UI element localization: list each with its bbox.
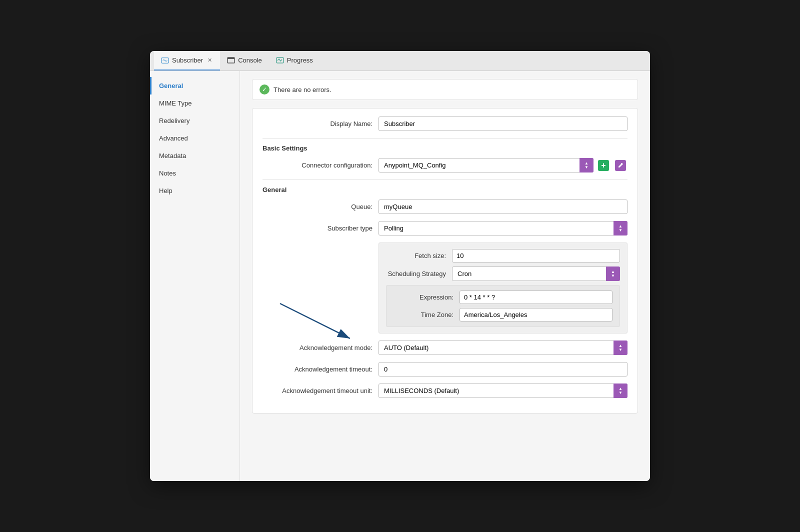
sidebar: General MIME Type Redelivery Advanced Me… bbox=[150, 71, 240, 481]
connector-config-select[interactable]: Anypoint_MQ_Config bbox=[378, 158, 594, 172]
subscriber-type-label: Subscriber type bbox=[262, 224, 372, 232]
sidebar-item-general[interactable]: General bbox=[150, 77, 240, 94]
sidebar-item-mime-type[interactable]: MIME Type bbox=[150, 94, 240, 112]
add-connector-button[interactable]: + bbox=[596, 158, 610, 172]
sidebar-item-advanced[interactable]: Advanced bbox=[150, 130, 240, 147]
sidebar-item-metadata[interactable]: Metadata bbox=[150, 147, 240, 164]
subscriber-tab-label: Subscriber bbox=[172, 56, 203, 64]
scheduling-strategy-label: Scheduling Strategy bbox=[386, 270, 446, 278]
subscriber-tab-close[interactable]: ✕ bbox=[206, 57, 213, 64]
console-tab-label: Console bbox=[238, 56, 262, 64]
progress-tab-icon bbox=[276, 56, 284, 64]
ack-timeout-label: Acknowledgement timeout: bbox=[262, 366, 372, 373]
progress-tab-label: Progress bbox=[287, 56, 313, 64]
sidebar-item-help[interactable]: Help bbox=[150, 182, 240, 200]
queue-row: Queue: bbox=[262, 200, 628, 214]
sidebar-label-advanced: Advanced bbox=[159, 134, 188, 142]
ack-mode-label: Acknowledgement mode: bbox=[262, 344, 372, 352]
main-content: General MIME Type Redelivery Advanced Me… bbox=[150, 71, 650, 481]
connector-config-row: Connector configuration: Anypoint_MQ_Con… bbox=[262, 158, 628, 172]
scheduling-strategy-row: Scheduling Strategy Cron ▲ ▼ bbox=[386, 266, 620, 281]
display-name-row: Display Name: bbox=[262, 116, 628, 131]
sidebar-label-redelivery: Redelivery bbox=[159, 117, 190, 124]
ack-mode-row: Acknowledgement mode: AUTO (Default) ▲ ▼ bbox=[262, 340, 628, 355]
divider-2 bbox=[262, 180, 628, 180]
sidebar-label-mime-type: MIME Type bbox=[159, 100, 192, 107]
status-bar: ✓ There are no errors. bbox=[252, 79, 638, 100]
basic-settings-title: Basic Settings bbox=[262, 144, 628, 152]
main-window: Subscriber ✕ Console Progress bbox=[150, 51, 650, 481]
sidebar-label-metadata: Metadata bbox=[159, 152, 186, 160]
plus-icon: + bbox=[598, 160, 609, 171]
fetch-size-row: Fetch size: bbox=[386, 249, 620, 262]
timezone-input[interactable] bbox=[460, 308, 612, 322]
expression-label: Expression: bbox=[394, 294, 454, 301]
ack-timeout-unit-select[interactable]: MILLISECONDS (Default) bbox=[378, 384, 628, 398]
sidebar-label-notes: Notes bbox=[159, 170, 176, 177]
ack-timeout-input[interactable] bbox=[378, 362, 628, 376]
timezone-row: Time Zone: bbox=[394, 308, 612, 322]
general-section-title: General bbox=[262, 186, 628, 194]
sidebar-item-notes[interactable]: Notes bbox=[150, 164, 240, 182]
status-message: There are no errors. bbox=[274, 86, 332, 94]
scheduling-strategy-select[interactable]: Cron bbox=[452, 266, 620, 281]
tab-bar: Subscriber ✕ Console Progress bbox=[150, 51, 650, 71]
sidebar-label-general: General bbox=[159, 82, 183, 90]
status-ok-icon: ✓ bbox=[260, 84, 270, 94]
form-area: ✓ There are no errors. Display Name: Bas… bbox=[240, 71, 650, 481]
subscriber-tab-icon bbox=[161, 56, 169, 64]
subscriber-type-select[interactable]: Polling bbox=[378, 221, 628, 236]
tab-progress[interactable]: Progress bbox=[269, 51, 320, 70]
divider-1 bbox=[262, 138, 628, 138]
ack-timeout-row: Acknowledgement timeout: bbox=[262, 362, 628, 376]
queue-input[interactable] bbox=[378, 200, 628, 214]
svg-rect-2 bbox=[228, 58, 234, 59]
sidebar-item-redelivery[interactable]: Redelivery bbox=[150, 112, 240, 130]
timezone-label: Time Zone: bbox=[394, 311, 454, 318]
fetch-size-input[interactable] bbox=[452, 249, 620, 262]
console-tab-icon bbox=[227, 56, 235, 64]
ack-timeout-unit-row: Acknowledgement timeout unit: MILLISECON… bbox=[262, 384, 628, 398]
edit-connector-button[interactable] bbox=[614, 158, 628, 172]
ack-mode-select[interactable]: AUTO (Default) bbox=[378, 340, 628, 355]
display-name-input[interactable] bbox=[378, 116, 628, 131]
form-panel: Display Name: Basic Settings Connector c… bbox=[252, 108, 638, 414]
expression-row: Expression: bbox=[394, 290, 612, 304]
ack-timeout-unit-label: Acknowledgement timeout unit: bbox=[262, 387, 372, 394]
connector-config-label: Connector configuration: bbox=[262, 162, 372, 169]
fetch-size-label: Fetch size: bbox=[386, 252, 446, 260]
expression-input[interactable] bbox=[460, 290, 612, 304]
subscriber-type-row: Subscriber type Polling ▲ ▼ bbox=[262, 221, 628, 236]
polling-subsection: Fetch size: Scheduling Strategy Cron ▲ bbox=[378, 242, 628, 334]
sidebar-label-help: Help bbox=[159, 187, 172, 194]
tab-subscriber[interactable]: Subscriber ✕ bbox=[154, 51, 220, 70]
cron-subsection: Expression: Time Zone: bbox=[386, 285, 620, 327]
tab-console[interactable]: Console bbox=[220, 51, 269, 70]
display-name-label: Display Name: bbox=[262, 120, 372, 128]
edit-icon bbox=[615, 160, 626, 171]
queue-label: Queue: bbox=[262, 203, 372, 210]
